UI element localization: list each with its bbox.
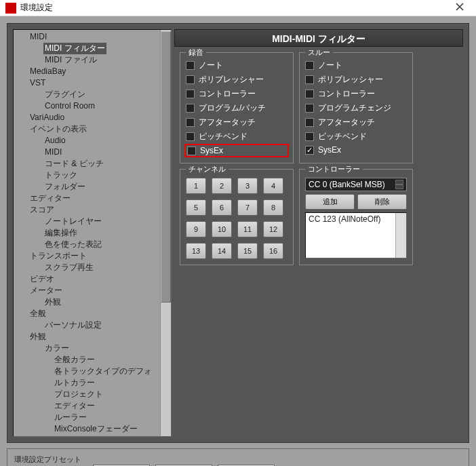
channel-button-10[interactable]: 10 <box>212 221 232 237</box>
channel-button-7[interactable]: 7 <box>237 199 258 216</box>
tree-item-label: VST <box>28 77 47 89</box>
tree-item[interactable]: 色を使った表記 <box>15 239 160 250</box>
checkbox-label: ノート <box>199 60 223 71</box>
content-header: MIDI-MIDI フィルター <box>174 29 463 47</box>
tree-item-label: ノートレイヤー <box>43 216 103 227</box>
channel-button-9[interactable]: 9 <box>186 221 206 237</box>
tree-item[interactable]: コード & ピッチ <box>15 158 160 170</box>
channel-button-4[interactable]: 4 <box>263 178 283 194</box>
tree-item[interactable]: エディター <box>15 400 160 412</box>
tree-item[interactable]: MIDI <box>15 31 160 43</box>
tree-item[interactable]: メーター <box>15 285 160 296</box>
checkbox-icon <box>305 146 314 155</box>
tree-item[interactable]: Control Room <box>15 100 160 112</box>
record-checkbox-5[interactable]: ピッチベンド <box>186 130 287 144</box>
channel-group-title: チャンネル <box>186 164 229 174</box>
checkbox-icon <box>186 104 195 113</box>
window-title: 環境設定 <box>20 2 449 14</box>
tree-item[interactable]: VariAudio <box>15 112 160 123</box>
scrollbar-thumb[interactable] <box>161 31 171 303</box>
tree-item[interactable]: MIDI フィルター <box>15 43 160 54</box>
thru-checkbox-5[interactable]: ピッチベンド <box>305 130 407 144</box>
thru-checkbox-3[interactable]: プログラムチェンジ <box>305 101 407 115</box>
tree-item[interactable]: トランスポート <box>15 250 160 262</box>
channel-button-3[interactable]: 3 <box>237 178 258 194</box>
checkbox-label: プログラムチェンジ <box>318 102 391 114</box>
channel-button-12[interactable]: 12 <box>263 221 283 237</box>
tree-item[interactable]: パーソナル設定 <box>15 319 160 331</box>
tree-item[interactable]: フォルダー <box>15 181 160 193</box>
channel-button-11[interactable]: 11 <box>237 221 258 237</box>
tree-item[interactable]: トラック <box>15 170 160 181</box>
close-button[interactable] <box>449 0 471 16</box>
tree-item[interactable]: MixConsoleフェーダー <box>15 423 160 435</box>
tree-item[interactable]: 全般 <box>15 308 160 319</box>
tree-item[interactable]: プロジェクト <box>15 389 160 400</box>
thru-checkbox-6[interactable]: SysEx <box>305 144 407 156</box>
tree-item[interactable]: 外観 <box>15 296 160 308</box>
tree-item-label: MIDI <box>28 31 48 43</box>
tree-item-label: パーソナル設定 <box>43 319 103 331</box>
tree-item[interactable]: ルーラー <box>15 412 160 423</box>
tree-item[interactable]: スクラブ再生 <box>15 262 160 273</box>
record-checkbox-0[interactable]: ノート <box>186 58 287 73</box>
preset-row: 環境設定プリセット - 保存 名前の変更 削除 チェックした項目のみ変更 <box>7 448 469 466</box>
category-tree[interactable]: MIDIMIDI フィルターMIDI ファイルMediaBayVSTプラグインC… <box>13 29 172 437</box>
thru-checkbox-1[interactable]: ポリプレッシャー <box>305 73 407 87</box>
channel-button-5[interactable]: 5 <box>186 199 206 216</box>
tree-item[interactable]: スコア <box>15 204 160 216</box>
tree-item-label: MIDI <box>43 147 63 158</box>
record-checkbox-2[interactable]: コントローラー <box>186 87 287 101</box>
cc-spin-down[interactable] <box>395 185 403 189</box>
tree-item-label: エディター <box>28 193 72 204</box>
cc-spin-up[interactable] <box>395 180 403 185</box>
cc-remove-button[interactable]: 削除 <box>357 194 407 210</box>
checkbox-icon <box>186 75 195 84</box>
channel-button-8[interactable]: 8 <box>263 199 283 216</box>
cc-add-button[interactable]: 追加 <box>305 194 355 210</box>
content-panel: MIDI-MIDI フィルター 録音 ノートポリプレッシャーコントローラープログ… <box>174 29 463 437</box>
channel-button-1[interactable]: 1 <box>186 178 206 194</box>
tree-item[interactable]: VST <box>15 77 160 89</box>
cc-list[interactable]: CC 123 (AllNoteOff) <box>305 212 407 258</box>
cc-spinner[interactable] <box>395 180 403 189</box>
tree-scrollbar[interactable] <box>160 30 171 436</box>
tree-item[interactable]: ノートレイヤー <box>15 216 160 227</box>
channel-button-15[interactable]: 15 <box>237 243 258 259</box>
tree-item[interactable]: MIDI ファイル <box>15 54 160 66</box>
thru-checkbox-2[interactable]: コントローラー <box>305 87 407 101</box>
cc-list-scrollbar[interactable] <box>395 213 406 258</box>
tree-item[interactable]: カラー <box>15 343 160 354</box>
tree-item[interactable]: 外観 <box>15 331 160 343</box>
tree-item[interactable]: 全般カラー <box>15 354 160 366</box>
tree-item-label: プラグイン <box>43 89 87 100</box>
tree-item[interactable]: プラグイン <box>15 89 160 100</box>
tree-item-label: メーター <box>28 285 64 296</box>
record-checkbox-6[interactable]: SysEx <box>184 144 289 157</box>
tree-item[interactable]: MediaBay <box>15 66 160 77</box>
tree-item[interactable]: MIDI <box>15 147 160 158</box>
tree-item[interactable]: エディター <box>15 193 160 204</box>
tree-item[interactable]: イベントの表示 <box>15 123 160 135</box>
record-checkbox-4[interactable]: アフタータッチ <box>186 115 287 130</box>
channel-button-16[interactable]: 16 <box>263 243 283 259</box>
channel-button-13[interactable]: 13 <box>186 243 206 259</box>
channel-button-2[interactable]: 2 <box>212 178 232 194</box>
tree-item[interactable]: 各トラックタイプのデフォルトカラー <box>15 366 160 389</box>
channel-button-14[interactable]: 14 <box>212 243 232 259</box>
tree-item[interactable]: ビデオ <box>15 273 160 285</box>
record-checkbox-3[interactable]: プログラム/パッチ <box>186 101 287 115</box>
tree-item[interactable]: 編集操作 <box>15 227 160 239</box>
tree-item-label: 各トラックタイプのデフォルトカラー <box>53 366 160 389</box>
thru-checkbox-4[interactable]: アフタータッチ <box>305 115 407 130</box>
thru-checkbox-0[interactable]: ノート <box>305 58 407 73</box>
cc-list-item[interactable]: CC 123 (AllNoteOff) <box>309 214 380 224</box>
cc-select[interactable]: CC 0 (BankSel MSB) <box>305 178 407 191</box>
tree-item[interactable]: Audio <box>15 135 160 147</box>
checkbox-label: ポリプレッシャー <box>199 74 264 85</box>
tree-item-label: エディター <box>53 400 96 412</box>
tree-item-label: スコア <box>28 204 56 216</box>
record-group: 録音 ノートポリプレッシャーコントローラープログラム/パッチアフタータッチピッチ… <box>180 52 294 163</box>
channel-button-6[interactable]: 6 <box>212 199 232 216</box>
record-checkbox-1[interactable]: ポリプレッシャー <box>186 73 287 87</box>
